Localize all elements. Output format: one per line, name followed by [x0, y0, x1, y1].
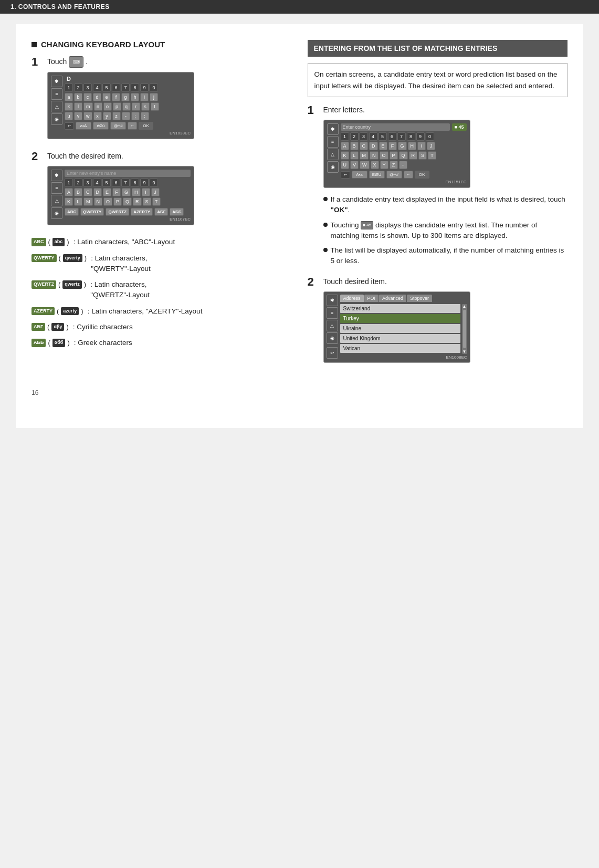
layout-btn-azerty[interactable]: AZERTY — [131, 208, 153, 216]
num-key-9[interactable]: 9 — [140, 83, 149, 92]
result-side: ✱ ≡ △ ◉ ↩ Address POI Advanced — [327, 295, 467, 360]
kbd-row-A: ABCDEFGHIJ — [65, 188, 191, 196]
layout-descriptions: ABC ( abc ) : Latin characters, "ABC"-La… — [31, 237, 292, 348]
touch-keyboard-icon[interactable]: ⌨ — [69, 56, 83, 68]
result-row-vatican[interactable]: Vatican — [340, 344, 460, 353]
num-key-5[interactable]: 5 — [102, 83, 111, 92]
layout-item-qwerty: QWERTY ( qwerty ) : Latin characters,"QW… — [31, 253, 292, 275]
result-list-body: Address POI Advanced Stopover Switzerlan… — [340, 295, 467, 360]
layout-desc-abc: : Latin characters, "ABC"-Layout — [73, 237, 175, 247]
badge-abc-small: abc — [52, 238, 65, 246]
right-step1-text: Enter letters. — [323, 104, 568, 116]
badge-qwerty-small: qwerty — [63, 254, 82, 263]
kbd-bottom-1: ↩ a•A éØü @+# ← OK — [65, 122, 191, 130]
result-side-icons: ✱ ≡ △ ◉ ↩ — [327, 295, 338, 360]
keyboard-screenshot-1: ✱ ≡ △ ◉ D 1 2 3 4 — [47, 72, 194, 139]
keyboard-screenshot-2: ✱ ≡ △ ◉ Enter new entry's name 123456789… — [47, 166, 194, 225]
step1-content: Touch ⌨ . ✱ ≡ △ ◉ — [47, 56, 292, 145]
kbd-row-k: klmnopqrst — [65, 102, 191, 111]
badge-qwerty-main: QWERTY — [31, 254, 57, 263]
result-row-uk[interactable]: United Kingdom — [340, 334, 460, 343]
badge-abg-main: АБГ — [31, 323, 45, 331]
num-key-8[interactable]: 8 — [131, 83, 139, 92]
kbd-bottom-3: ↩ A•a EØU @+# ← OK — [341, 171, 467, 179]
layout-desc-qwertz: : Latin characters,"QWERTZ"-Layout — [90, 279, 150, 301]
badge-qwertz-main: QWERTZ — [31, 280, 56, 289]
bullet-3: The list will be displayed automatically… — [323, 245, 568, 267]
result-icon-3: △ — [327, 320, 338, 331]
right-column: ENTERING FROM THE LIST OF MATCHING ENTRI… — [308, 40, 568, 368]
bullet-dot-3 — [323, 248, 328, 252]
kbd-row-KLM: KLMNOPQRST — [341, 151, 467, 160]
left-step1: 1 Touch ⌨ . ✱ ≡ △ ◉ — [31, 56, 292, 145]
left-step2: 2 Touch the desired item. ✱ ≡ △ ◉ — [31, 151, 292, 232]
bullet-dot-1 — [323, 197, 328, 201]
tab-stopover[interactable]: Stopover — [407, 295, 432, 302]
kbd-num-row-3: 1234567890 — [341, 132, 467, 141]
badge-abb-main: АББ — [31, 339, 46, 347]
num-key-0[interactable]: 0 — [150, 83, 158, 92]
tab-advanced[interactable]: Advanced — [379, 295, 406, 302]
layout-btn-abb[interactable]: АББ — [170, 208, 184, 216]
kbd-row-K: KLMNOPQRST — [65, 197, 191, 206]
layout-btn-qwerty[interactable]: QWERTY — [80, 208, 104, 216]
layout-desc-qwerty: : Latin characters,"QWERTY"-Layout — [91, 253, 151, 275]
result-list-with-scroll: Switzerland Turkey Ukraine United Kingdo… — [340, 304, 467, 354]
num-key-4[interactable]: 4 — [93, 83, 101, 92]
scroll-thumb — [463, 310, 466, 348]
kbd-label-3: EN1151EC — [341, 180, 467, 184]
result-scrollbar[interactable]: ▲ ▼ — [462, 304, 467, 354]
side-icon-5: ✱ — [51, 170, 62, 181]
result-row-turkey[interactable]: Turkey — [340, 314, 460, 323]
layout-btn-qwertz[interactable]: QWERTZ — [106, 208, 129, 216]
layout-btn-abg[interactable]: АБГ — [154, 208, 168, 216]
right-step1-num: 1 — [308, 104, 318, 116]
kbd-d-label: D — [65, 76, 191, 82]
side-icon-10: ≡ — [327, 136, 339, 148]
kbd-row-u: uvwxyz-;: — [65, 112, 191, 120]
badge-azerty-main: AZERTY — [31, 307, 55, 316]
side-icon-2: ≡ — [51, 88, 62, 100]
side-icon-1: ✱ — [51, 76, 62, 87]
keyboard-screenshot-3: ✱ ≡ △ ◉ Enter country ■ 45 — [323, 120, 470, 188]
layout-item-qwertz: QWERTZ ( qwertz ) : Latin characters,"QW… — [31, 279, 292, 301]
scroll-down[interactable]: ▼ — [463, 349, 467, 354]
result-icon-4: ◉ — [327, 332, 338, 344]
badge-45: ■ 45 — [452, 123, 467, 131]
header-title: 1. CONTROLS AND FEATURES — [10, 3, 110, 11]
bullet-2: Touching ■ 45 displays the candidate ent… — [323, 220, 568, 242]
side-icon-12: ◉ — [327, 161, 339, 173]
result-tabs: Address POI Advanced Stopover — [340, 295, 467, 302]
kbd-row-ABC: ABCDEFGHIJ — [341, 142, 467, 150]
layout-desc-abg: : Cyrillic characters — [73, 322, 133, 332]
left-column: CHANGING KEYBOARD LAYOUT 1 Touch ⌨ . — [31, 40, 292, 368]
result-icon-back[interactable]: ↩ — [327, 347, 338, 359]
scroll-up[interactable]: ▲ — [463, 304, 467, 309]
num-key-1[interactable]: 1 — [65, 83, 73, 92]
num-key-7[interactable]: 7 — [121, 83, 130, 92]
result-row-switzerland[interactable]: Switzerland — [340, 304, 460, 313]
kbd-side-icons-3: ✱ ≡ △ ◉ — [327, 123, 339, 184]
bullet-list: If a candidate entry text displayed in t… — [323, 194, 568, 267]
kbd-country-label: Enter country — [341, 123, 450, 131]
result-label: EN1008EC — [340, 355, 467, 360]
header-bar: 1. CONTROLS AND FEATURES — [0, 0, 599, 14]
num-key-2[interactable]: 2 — [74, 83, 82, 92]
layout-btn-abc[interactable]: ABC — [65, 208, 79, 216]
kbd-side-icons-2: ✱ ≡ △ ◉ — [51, 170, 62, 222]
tab-address[interactable]: Address — [340, 295, 364, 302]
page-content: CHANGING KEYBOARD LAYOUT 1 Touch ⌨ . — [16, 24, 583, 428]
layout-item-abc: ABC ( abc ) : Latin characters, "ABC"-La… — [31, 237, 292, 247]
kbd-label-2: EN1107EC — [65, 217, 191, 222]
layout-btns: ABC QWERTY QWERTZ AZERTY АБГ АББ — [65, 208, 191, 216]
kbd-label-1: EN1038EC — [65, 131, 191, 135]
num-key-6[interactable]: 6 — [112, 83, 120, 92]
kbd-main-2: Enter new entry's name 1234567890 ABCDEF… — [65, 170, 191, 222]
tab-poi[interactable]: POI — [364, 295, 379, 302]
right-heading-text: ENTERING FROM THE LIST OF MATCHING ENTRI… — [314, 44, 498, 53]
left-heading: CHANGING KEYBOARD LAYOUT — [31, 40, 292, 49]
info-text: On certain screens, a candidate entry te… — [314, 70, 558, 90]
result-row-ukraine[interactable]: Ukraine — [340, 324, 460, 333]
layout-item-azerty: AZERTY ( azerty ) : Latin characters, "A… — [31, 306, 292, 317]
num-key-3[interactable]: 3 — [83, 83, 92, 92]
